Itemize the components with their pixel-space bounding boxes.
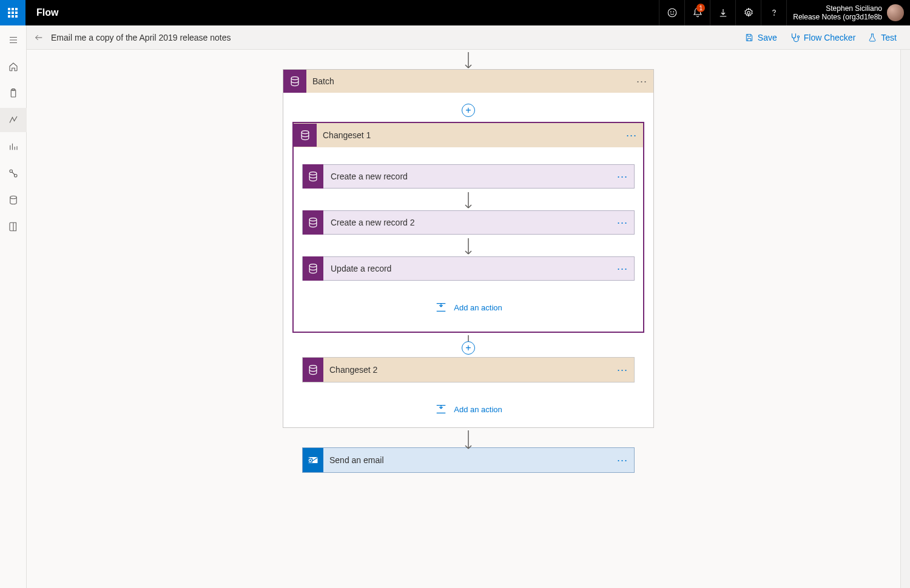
action-label: Create a new record 2 bbox=[323, 218, 611, 227]
add-step-button[interactable]: + bbox=[462, 341, 475, 355]
back-button[interactable] bbox=[27, 25, 51, 50]
action-icon bbox=[303, 210, 323, 235]
svg-point-15 bbox=[309, 264, 317, 267]
feedback-button[interactable] bbox=[659, 0, 684, 25]
rail-connectors[interactable] bbox=[0, 161, 27, 185]
notification-badge: 1 bbox=[696, 4, 705, 12]
database-icon bbox=[307, 364, 319, 376]
changeset-2-card[interactable]: Changeset 2 ··· bbox=[302, 357, 635, 383]
insert-action-icon bbox=[434, 403, 448, 415]
rail-learn[interactable] bbox=[0, 215, 27, 239]
svg-point-0 bbox=[668, 8, 676, 17]
action-menu-button[interactable]: ··· bbox=[611, 170, 634, 183]
outlook-icon bbox=[303, 448, 323, 472]
database-icon bbox=[8, 195, 19, 205]
download-icon bbox=[718, 7, 729, 18]
batch-card[interactable]: Batch ··· + Changeset 1 ··· bbox=[283, 69, 654, 428]
designer-canvas[interactable]: Batch ··· + Changeset 1 ··· bbox=[27, 50, 910, 588]
save-button[interactable]: Save bbox=[738, 25, 783, 50]
action-label: Create a new record bbox=[323, 172, 611, 181]
download-button[interactable] bbox=[710, 0, 735, 25]
rail-data[interactable] bbox=[0, 188, 27, 212]
svg-point-12 bbox=[302, 131, 309, 134]
add-step-button[interactable]: + bbox=[462, 104, 475, 117]
rail-home[interactable] bbox=[0, 55, 27, 79]
action-row[interactable]: Create a new record ··· bbox=[302, 164, 635, 189]
settings-button[interactable] bbox=[735, 0, 761, 25]
svg-point-4 bbox=[774, 15, 774, 15]
svg-point-9 bbox=[10, 196, 16, 199]
clipboard-icon bbox=[8, 88, 19, 99]
test-button[interactable]: Test bbox=[861, 25, 903, 50]
action-icon bbox=[303, 256, 323, 281]
send-email-card[interactable]: Send an email ··· bbox=[302, 447, 635, 473]
svg-point-10 bbox=[797, 36, 799, 38]
svg-point-16 bbox=[309, 366, 317, 369]
changeset-icon bbox=[303, 358, 323, 382]
app-launcher-button[interactable] bbox=[0, 0, 25, 25]
left-rail bbox=[0, 25, 27, 588]
stethoscope-icon bbox=[789, 32, 800, 43]
rail-approvals[interactable] bbox=[0, 81, 27, 105]
flask-icon bbox=[868, 33, 877, 42]
insert-action-icon bbox=[434, 301, 448, 313]
flow-checker-button[interactable]: Flow Checker bbox=[783, 25, 862, 50]
avatar bbox=[887, 4, 904, 21]
rail-templates[interactable] bbox=[0, 135, 27, 159]
email-menu-button[interactable]: ··· bbox=[611, 454, 634, 467]
email-title: Send an email bbox=[323, 455, 611, 465]
database-icon bbox=[307, 170, 319, 182]
action-row[interactable]: Update a record ··· bbox=[302, 256, 635, 281]
notifications-button[interactable]: 1 bbox=[684, 0, 710, 25]
changeset-1-menu-button[interactable]: ··· bbox=[620, 129, 643, 142]
svg-point-2 bbox=[673, 12, 674, 12]
save-icon bbox=[744, 33, 754, 42]
add-action-button[interactable]: Add an action bbox=[434, 403, 502, 415]
add-action-button[interactable]: Add an action bbox=[434, 301, 502, 313]
svg-point-3 bbox=[747, 12, 750, 15]
mail-icon bbox=[307, 454, 319, 466]
flow-icon bbox=[8, 115, 19, 125]
action-row[interactable]: Create a new record 2 ··· bbox=[302, 210, 635, 235]
changeset-icon bbox=[294, 124, 317, 147]
rail-hamburger[interactable] bbox=[0, 28, 27, 52]
svg-point-13 bbox=[309, 172, 317, 175]
svg-point-11 bbox=[291, 77, 298, 80]
sub-header: Email me a copy of the April 2019 releas… bbox=[27, 25, 910, 50]
svg-point-1 bbox=[670, 12, 671, 12]
connector-icon bbox=[8, 168, 19, 179]
connector-arrow bbox=[468, 430, 469, 445]
batch-icon bbox=[283, 70, 306, 93]
changeset-1-card[interactable]: Changeset 1 ··· Create a new record ··· bbox=[292, 122, 644, 333]
database-icon bbox=[307, 216, 319, 229]
smiley-icon bbox=[667, 7, 678, 18]
changeset-2-title: Changeset 2 bbox=[323, 365, 611, 375]
book-icon bbox=[8, 221, 19, 232]
database-icon bbox=[307, 262, 319, 275]
brand-label: Flow bbox=[25, 0, 69, 25]
top-bar: Flow 1 Stephen Siciliano Release Notes (… bbox=[0, 0, 910, 25]
action-menu-button[interactable]: ··· bbox=[611, 262, 634, 275]
action-icon bbox=[303, 164, 323, 189]
gear-icon bbox=[743, 7, 754, 18]
changeset-2-menu-button[interactable]: ··· bbox=[611, 364, 634, 376]
action-menu-button[interactable]: ··· bbox=[611, 216, 634, 229]
connector-arrow bbox=[468, 238, 469, 253]
changeset-1-title: Changeset 1 bbox=[317, 130, 620, 140]
database-icon bbox=[289, 75, 301, 87]
user-env: Release Notes (org3d1fe8b bbox=[793, 13, 882, 21]
svg-point-14 bbox=[309, 218, 317, 221]
chart-icon bbox=[8, 141, 19, 152]
hamburger-icon bbox=[8, 35, 19, 45]
user-menu[interactable]: Stephen Siciliano Release Notes (org3d1f… bbox=[786, 0, 910, 25]
scrollbar-track[interactable] bbox=[900, 50, 910, 588]
flow-title: Email me a copy of the April 2019 releas… bbox=[51, 33, 231, 42]
help-button[interactable] bbox=[761, 0, 786, 25]
batch-title: Batch bbox=[306, 76, 630, 86]
database-icon bbox=[299, 129, 311, 141]
question-icon bbox=[769, 7, 780, 18]
connector-arrow bbox=[468, 52, 469, 67]
rail-flows[interactable] bbox=[0, 108, 27, 132]
action-label: Update a record bbox=[323, 264, 611, 273]
batch-menu-button[interactable]: ··· bbox=[630, 75, 653, 88]
